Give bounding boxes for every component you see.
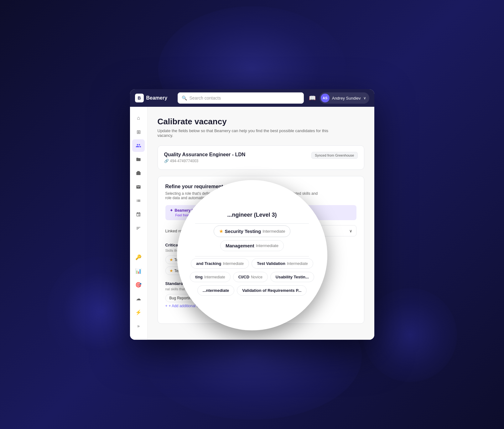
vacancy-card: Quality Assurance Engineer - LDN 🔗 494-4… (158, 145, 364, 170)
sidebar-item-lightning[interactable]: ⚡ (132, 306, 145, 318)
banner-icon: ✦ (170, 208, 173, 213)
vacancy-title: Quality Assurance Engineer - LDN (164, 152, 246, 158)
folder-icon (136, 157, 141, 162)
filter-icon (136, 226, 141, 231)
magnifier-content: ...ngineer (Level 3) ★ Security Testing … (179, 183, 325, 328)
sidebar-item-contacts[interactable] (132, 139, 145, 152)
user-pill[interactable]: AS Andrey Sundiev ∨ (320, 92, 369, 104)
sidebar-item-home[interactable]: ⌂ (132, 112, 145, 124)
sidebar-item-analytics[interactable]: 📊 (132, 265, 145, 277)
divider-2 (195, 256, 309, 256)
star-icon: ★ (169, 257, 173, 262)
mag-skill-and-tracking[interactable]: and Tracking Intermediate (191, 258, 249, 269)
skill-name-cicd: CI/CD (238, 275, 249, 279)
search-icon: 🔍 (182, 96, 187, 101)
sidebar-item-lists[interactable] (132, 194, 145, 207)
chevron-down-icon: ∨ (363, 96, 366, 100)
book-icon[interactable]: 📖 (309, 95, 316, 101)
mag-cicd-row: ting Intermediate CI/CD Novice Usability… (189, 272, 315, 282)
vacancy-id-icon: 🔗 (164, 159, 169, 163)
skill-level-management: Intermediate (256, 243, 278, 248)
sidebar-item-grid[interactable]: ⊞ (132, 126, 145, 138)
skill-level-validation: Intermediate (287, 261, 308, 266)
skill-name-ting: ting (195, 275, 203, 279)
mail-icon (136, 184, 141, 189)
nav-right: 📖 AS Andrey Sundiev ∨ (309, 92, 369, 104)
skill-name-valreq: Validation of Requirements P... (242, 288, 301, 293)
calendar-icon (136, 212, 141, 217)
mag-skill-ntermediate[interactable]: ...ntermediate (197, 285, 235, 296)
sidebar-item-files[interactable] (132, 153, 145, 166)
mag-skill-test-validation[interactable]: Test Validation Intermediate (252, 258, 313, 269)
outer-background: B Beamery 🔍 Search contacts 📖 AS Andrey … (0, 0, 504, 429)
sidebar-item-jobs[interactable] (132, 167, 145, 179)
mag-skill-security-testing[interactable]: ★ Security Testing Intermediate (214, 225, 291, 237)
sidebar-expand-button[interactable]: » (132, 320, 145, 332)
mag-skill-ting[interactable]: ting Intermediate (190, 272, 231, 282)
sidebar-item-messages[interactable] (132, 181, 145, 193)
mag-critical-row: ★ Security Testing Intermediate (189, 225, 315, 237)
star-icon: ★ (219, 228, 223, 234)
skill-name-usability: Usability Testin... (276, 275, 309, 279)
search-placeholder: Search contacts (190, 96, 221, 101)
skill-level-tracking: Intermediate (223, 261, 244, 266)
sidebar-item-filter[interactable] (132, 222, 145, 235)
blob-right (363, 288, 457, 382)
skill-name-partial: ...ntermediate (203, 288, 229, 293)
skill-name-management: Management (226, 243, 254, 248)
briefcase-icon (136, 171, 141, 176)
sidebar-item-cloud[interactable]: ☁ (132, 292, 145, 305)
page-title: Calibrate vacancy (158, 117, 364, 127)
sidebar-item-targeting[interactable]: 🎯 (132, 278, 145, 291)
top-navigation: B Beamery 🔍 Search contacts 📖 AS Andrey … (130, 89, 374, 107)
skill-name-tracking: and Tracking (196, 261, 221, 266)
page-subtitle: Update the fields below so that Beamery … (158, 128, 339, 138)
mag-bottom-row: ...ntermediate Validation of Requirement… (189, 285, 315, 296)
skill-name-validation: Test Validation (257, 261, 285, 266)
people-icon (136, 143, 141, 148)
mag-skill-usability[interactable]: Usability Testin... (270, 272, 314, 282)
mag-skill-validation-requirements[interactable]: Validation of Requirements P... (237, 285, 307, 296)
linked-role-chevron-icon: ∨ (349, 229, 352, 233)
skill-level-ting: Intermediate (204, 275, 225, 279)
synced-badge: Synced from Greenhouse (311, 152, 357, 159)
sidebar-bottom: 🔑 📊 🎯 ☁ ⚡ » (132, 251, 145, 335)
divider-1 (195, 223, 309, 224)
sidebar-item-keys[interactable]: 🔑 (132, 251, 145, 263)
magnifier-overlay: ...ngineer (Level 3) ★ Security Testing … (177, 180, 327, 330)
mag-skill-management[interactable]: Management Intermediate (220, 240, 284, 251)
skill-name-text: Security Testing (225, 229, 261, 234)
sidebar-item-calendar[interactable] (132, 208, 145, 221)
skill-level-cicd: Novice (251, 275, 262, 279)
vacancy-id: 🔗 494-4749774003 (164, 159, 246, 163)
user-avatar: AS (321, 94, 330, 102)
logo-icon: B (135, 94, 144, 102)
mag-top-row: ...ngineer (Level 3) (189, 212, 315, 218)
star-icon: ★ (169, 268, 173, 273)
mag-tracking-row: and Tracking Intermediate Test Validatio… (189, 258, 315, 269)
logo-text: Beamery (146, 95, 168, 101)
user-name: Andrey Sundiev (332, 96, 361, 101)
mag-skill-cicd[interactable]: CI/CD Novice (233, 272, 268, 282)
list-icon (136, 198, 141, 203)
sidebar: ⌂ ⊞ (130, 107, 148, 340)
logo-area: B Beamery (135, 94, 173, 102)
search-bar[interactable]: 🔍 Search contacts (178, 92, 304, 104)
browser-window: B Beamery 🔍 Search contacts 📖 AS Andrey … (130, 89, 374, 340)
mag-management-row: Management Intermediate (189, 240, 315, 251)
plus-icon: + (165, 304, 168, 308)
mag-engineer-title: ...ngineer (Level 3) (227, 212, 277, 218)
skill-level-text: Intermediate (262, 229, 285, 234)
